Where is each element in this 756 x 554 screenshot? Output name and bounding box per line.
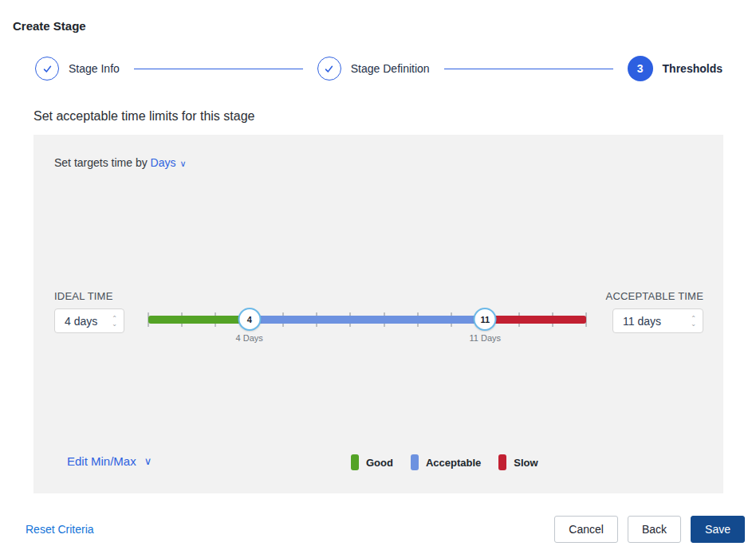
stepper-connector [134, 69, 303, 69]
step1-check-circle [35, 57, 59, 81]
slider-legend: Good Acceptable Slow [351, 454, 538, 470]
step3-label: Thresholds [663, 62, 723, 75]
chevron-down-icon: ∨ [144, 455, 152, 467]
acceptable-handle-label: 11 Days [470, 333, 502, 343]
acceptable-time-value: 11 days [623, 315, 691, 328]
good-segment [148, 316, 250, 324]
acceptable-time-input[interactable]: 11 days ⌃⌄ [612, 308, 703, 333]
stepper-connector [444, 69, 613, 69]
slow-color-swatch [498, 454, 506, 470]
thresholds-panel: Set targets time by Days∨ IDEAL TIME 4 d… [33, 135, 723, 493]
target-time-label: Set targets time by [54, 156, 148, 169]
threshold-slider[interactable]: 44 Days1111 Days [148, 305, 586, 344]
footer-buttons: Cancel Back Save [554, 516, 745, 543]
section-heading: Set acceptable time limits for this stag… [33, 109, 756, 124]
step-stage-definition[interactable]: Stage Definition [317, 57, 430, 81]
ideal-time-label: IDEAL TIME [54, 290, 113, 302]
step1-label: Stage Info [69, 62, 120, 75]
ideal-time-input[interactable]: 4 days ⌃⌄ [54, 308, 124, 333]
step2-label: Stage Definition [351, 62, 430, 75]
spinner-arrows-icon[interactable]: ⌃⌄ [691, 316, 696, 327]
back-button[interactable]: Back [628, 516, 681, 543]
wizard-stepper: Stage Info Stage Definition 3 Thresholds [35, 55, 723, 82]
ideal-handle-label: 4 Days [236, 333, 263, 343]
good-color-swatch [351, 454, 359, 470]
slow-segment [485, 316, 586, 324]
ideal-handle[interactable]: 4 [238, 308, 261, 331]
ideal-time-value: 4 days [65, 315, 112, 328]
reset-criteria-link[interactable]: Reset Criteria [26, 523, 94, 536]
acceptable-time-label: ACCEPTABLE TIME [606, 290, 703, 302]
target-unit-dropdown[interactable]: Days∨ [151, 156, 187, 169]
footer-bar: Reset Criteria Cancel Back Save [0, 516, 756, 543]
step-thresholds[interactable]: 3 Thresholds [628, 56, 723, 81]
edit-minmax-link[interactable]: Edit Min/Max ∨ [67, 454, 152, 468]
acceptable-segment [250, 316, 486, 324]
target-time-row: Set targets time by Days∨ [54, 156, 187, 169]
chevron-down-icon: ∨ [180, 159, 187, 168]
cancel-button[interactable]: Cancel [554, 516, 618, 543]
step-stage-info[interactable]: Stage Info [35, 57, 120, 81]
page-title: Create Stage [13, 19, 756, 33]
legend-item-slow: Slow [498, 454, 537, 470]
check-icon [323, 63, 335, 75]
check-icon [41, 63, 53, 75]
spinner-arrows-icon[interactable]: ⌃⌄ [112, 316, 117, 327]
acceptable-handle[interactable]: 11 [474, 308, 497, 331]
legend-item-good: Good [351, 454, 393, 470]
acceptable-color-swatch [411, 454, 419, 470]
step2-check-circle [317, 57, 341, 81]
step3-number-circle: 3 [628, 56, 653, 81]
save-button[interactable]: Save [691, 516, 745, 543]
legend-item-acceptable: Acceptable [411, 454, 481, 470]
